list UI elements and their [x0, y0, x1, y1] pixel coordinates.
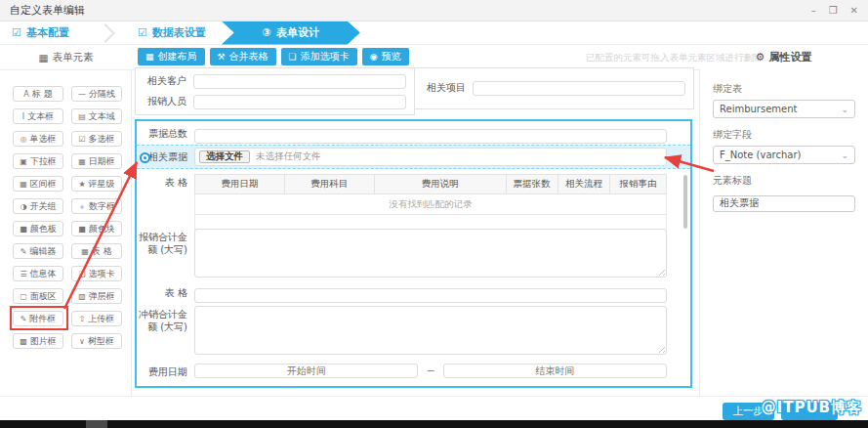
- bill-total-input[interactable]: [194, 129, 667, 144]
- form-row: 报销人员: [136, 95, 406, 109]
- sidebar-item-title[interactable]: A标 题: [13, 86, 63, 102]
- plus-icon: ＋: [78, 201, 86, 212]
- label: 文本框: [27, 110, 54, 123]
- drag-handle-icon[interactable]: [140, 152, 150, 163]
- range-icon: ▦: [20, 180, 27, 189]
- tab-basic-config[interactable]: ☑ 基本配置: [12, 25, 69, 40]
- bind-table-label: 绑定表: [713, 82, 855, 96]
- form-row: 报销合计金额 (大写): [137, 229, 690, 278]
- writeoff-total-textarea[interactable]: [194, 306, 667, 355]
- element-title-label: 元素标题: [713, 174, 855, 188]
- sidebar-item-table[interactable]: ▦表 格: [71, 243, 122, 259]
- related-project-input[interactable]: [473, 81, 685, 96]
- col-header: 相关流程: [558, 175, 609, 194]
- divider-icon: —: [78, 90, 86, 99]
- field-label: 冲销合计金额 (大写): [137, 306, 187, 333]
- bind-field-label: 绑定字段: [713, 128, 855, 142]
- sidebar-item-panel-area[interactable]: ▢面板区: [13, 288, 63, 304]
- sidebar-header: ▦ 表单元素: [0, 45, 132, 69]
- sidebar-item-textbox[interactable]: I文本框: [13, 108, 63, 124]
- taskbar-segment: [86, 420, 107, 428]
- bind-field-select[interactable]: F_Note (varchar) ⌄: [713, 146, 855, 164]
- merge-table-button[interactable]: ⚒ 合并表格: [210, 48, 276, 65]
- col-header: 费用日期: [195, 175, 285, 194]
- label: 树型框: [88, 335, 114, 348]
- checkbox-icon: ☑: [12, 26, 21, 39]
- preview-button[interactable]: ◉ 预览: [362, 48, 409, 65]
- list-icon: ☰: [20, 270, 26, 278]
- sidebar-item-color-block[interactable]: ■颜色块: [71, 221, 122, 236]
- paperclip-icon: ✎: [21, 315, 27, 323]
- related-bill-row-selected[interactable]: 相关票据 选择文件 未选择任何文件: [137, 145, 690, 169]
- sidebar-item-tab-card[interactable]: ❏选项卡: [71, 266, 122, 281]
- eye-icon: ◉: [370, 52, 378, 62]
- sidebar-item-datebox[interactable]: ▦日期框: [71, 153, 122, 169]
- form-elements-sidebar: A标 题 —分隔线 I文本框 ▤文本域 ◎单选框 ☑多选框 ▣下拉框 ▦日期框 …: [0, 69, 132, 396]
- sidebar-item-treebox[interactable]: ∨树型框: [71, 333, 122, 349]
- sidebar-item-checkbox[interactable]: ☑多选框: [71, 131, 122, 147]
- related-customer-input[interactable]: [193, 74, 406, 89]
- switch-icon: ◑: [21, 202, 27, 211]
- sidebar-item-info-body[interactable]: ☰信息体: [13, 266, 63, 281]
- merge-table-label: 合并表格: [229, 50, 269, 64]
- sidebar-item-textarea[interactable]: ▤文本域: [71, 108, 122, 124]
- tab-datatable-settings[interactable]: ☑ 数据表设置: [138, 25, 206, 40]
- title-bar: 自定义表单编辑 – ❐ ✕: [0, 0, 868, 21]
- maximize-icon[interactable]: ❐: [829, 5, 838, 16]
- sidebar-item-rangebox[interactable]: ▦区间框: [13, 176, 63, 192]
- layout-icon: ▦: [145, 52, 154, 62]
- col-header: 费用科目: [284, 175, 374, 194]
- field-label: 相关客户: [136, 75, 186, 88]
- minimize-icon[interactable]: –: [811, 5, 816, 16]
- sidebar-item-imagebox[interactable]: ▩图片框: [13, 333, 63, 349]
- label: 表 格: [92, 245, 112, 258]
- start-time-input[interactable]: [194, 364, 418, 378]
- add-tab-button[interactable]: ❏ 添加选项卡: [281, 48, 357, 65]
- label: 日期框: [89, 155, 115, 168]
- chevron-down-icon: ⌄: [841, 105, 848, 114]
- chevron-down-icon: ⌄: [841, 150, 848, 160]
- watermark-text: @ITPUB博客: [762, 399, 862, 417]
- dropdown-icon: ▣: [20, 157, 27, 166]
- sidebar-item-divider[interactable]: —分隔线: [71, 86, 122, 102]
- expense-table: 费用日期 费用科目 费用说明 票据张数 相关流程 报销事由 没有找到匹配的记录: [194, 174, 667, 235]
- col-header: 报销事由: [610, 175, 667, 194]
- close-icon[interactable]: ✕: [850, 5, 858, 16]
- gear-icon: ⚙: [756, 51, 765, 64]
- bind-table-select[interactable]: Reimbursement ⌄: [713, 100, 855, 118]
- tab-card-icon: ❏: [78, 270, 85, 278]
- calendar-icon: ▦: [78, 157, 86, 166]
- window-title: 自定义表单编辑: [10, 3, 85, 18]
- create-layout-button[interactable]: ▦ 创建布局: [138, 48, 205, 65]
- checkbox-icon: ☑: [138, 26, 147, 39]
- sidebar-item-popup-box[interactable]: ▧弹层框: [71, 288, 122, 304]
- table-header-row: 费用日期 费用科目 费用说明 票据张数 相关流程 报销事由: [195, 175, 667, 194]
- canvas-scrollbar[interactable]: [683, 175, 687, 229]
- sidebar-item-dropdown[interactable]: ▣下拉框: [13, 153, 63, 169]
- sidebar-item-attachment[interactable]: ✎附件框: [13, 311, 63, 326]
- sidebar-item-star-rating[interactable]: ★评星级: [71, 176, 122, 192]
- end-time-input[interactable]: [443, 364, 667, 378]
- empty-records-text: 没有找到匹配的记录: [195, 194, 667, 215]
- element-title-input[interactable]: [713, 195, 855, 212]
- textarea-icon: ▤: [78, 112, 86, 121]
- chevron-right-icon: [96, 23, 115, 43]
- sidebar-item-color-board[interactable]: ■颜色板: [13, 221, 63, 236]
- reimburse-total-textarea[interactable]: [194, 229, 667, 278]
- sidebar-item-switch-group[interactable]: ◑开关组: [13, 198, 63, 214]
- taskbar-strip: [0, 420, 868, 428]
- choose-file-button[interactable]: 选择文件: [199, 150, 250, 163]
- sidebar-item-upload[interactable]: ⇧上传框: [71, 311, 122, 326]
- tab-form-design-active[interactable]: ③ 表单设计: [222, 21, 360, 45]
- sidebar-item-radio[interactable]: ◎单选框: [13, 131, 63, 147]
- reimburse-person-input[interactable]: [193, 95, 406, 109]
- sidebar-item-numberbox[interactable]: ＋数字框: [71, 198, 122, 214]
- element-grid: A标 题 —分隔线 I文本框 ▤文本域 ◎单选框 ☑多选框 ▣下拉框 ▦日期框 …: [0, 69, 131, 349]
- label: 弹层框: [89, 290, 115, 303]
- label: 评星级: [89, 178, 115, 191]
- preview-label: 预览: [382, 50, 401, 64]
- sidebar-item-editor[interactable]: ✎编辑器: [13, 243, 63, 259]
- step3-icon: ③: [263, 26, 271, 39]
- field-label: 表 格: [137, 284, 187, 299]
- grid-input[interactable]: [194, 288, 667, 303]
